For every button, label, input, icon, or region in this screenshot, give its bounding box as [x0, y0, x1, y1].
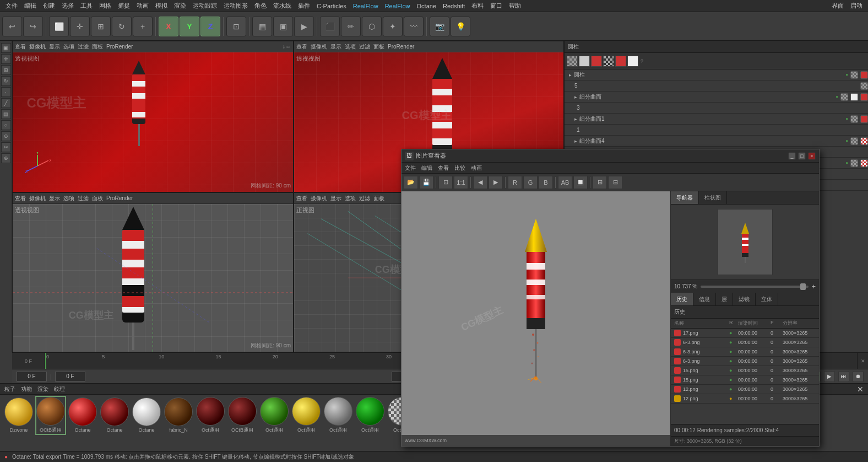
vp-tr-menu-prorender[interactable]: ProRender	[388, 44, 414, 50]
light-btn[interactable]: 💡	[451, 17, 470, 36]
vp-tl-menu-sel[interactable]: 选项	[63, 43, 74, 51]
scene-item-5[interactable]: 5	[565, 80, 868, 92]
obj-world-btn[interactable]: ⊡	[226, 17, 246, 36]
vp-tl-menu-cam[interactable]: 摄像机	[29, 43, 46, 51]
iv-tool-extra2[interactable]: ⊟	[608, 176, 622, 189]
vp-tl-menu-view[interactable]: 查看	[15, 43, 26, 51]
select-rect-btn[interactable]: ⬜	[49, 17, 69, 36]
timeline-x-btn[interactable]: ✕	[857, 353, 868, 369]
menu-select[interactable]: 选择	[58, 1, 77, 11]
mat-swatch-8[interactable]	[860, 115, 868, 123]
iv-tool-compare[interactable]: 🔲	[573, 176, 588, 189]
mat-octane1[interactable]: Octane	[68, 397, 97, 433]
vp-tr-menu-sel[interactable]: 选项	[345, 43, 356, 51]
vp-bl-menu-cam[interactable]: 摄像机	[29, 195, 46, 202]
camera-btn[interactable]: 📷	[430, 17, 449, 36]
mat-oct3[interactable]: Oct通用	[292, 397, 321, 434]
frame-start-input[interactable]	[55, 372, 85, 382]
tool-polys[interactable]: ▤	[1, 109, 11, 119]
axis-z-btn[interactable]: Z	[200, 17, 220, 36]
mat-swatch-10[interactable]	[860, 137, 868, 145]
mat-sw-4[interactable]	[603, 56, 614, 67]
iv-tab-stereo[interactable]: 立体	[756, 293, 778, 305]
iv-close-btn[interactable]: ×	[808, 152, 816, 160]
iv-tool-extra1[interactable]: ⊞	[593, 176, 607, 189]
btn-record[interactable]: ⏺	[853, 371, 864, 382]
btn-next-frame[interactable]: ▶	[824, 371, 835, 382]
vp-tl-menu-disp[interactable]: 显示	[49, 43, 60, 51]
mat-tab-function[interactable]: 功能	[21, 385, 32, 393]
vp-bl-menu-disp[interactable]: 显示	[49, 195, 60, 202]
mat-oct4[interactable]: Oct通用	[324, 397, 352, 434]
iv-tool-zoom-100[interactable]: 1:1	[454, 176, 468, 189]
iv-tool-zoom-fit[interactable]: ⊡	[438, 176, 453, 189]
tool-brush[interactable]: ⊙	[1, 131, 11, 141]
iv-zoom-handle[interactable]	[800, 283, 806, 290]
history-row-7[interactable]: 12.png ● 00:00:00 0 3000×3265	[671, 394, 819, 404]
iv-tab-navigator[interactable]: 导航器	[671, 191, 699, 204]
history-row-4[interactable]: 15.png ● 00:00:00 0 3000×3265	[671, 366, 819, 375]
viewport-top-left[interactable]: 查看 摄像机 显示 选项 过滤 面板 ProRender ↕↔	[12, 41, 294, 192]
vp-tl-menu-prorender[interactable]: ProRender	[106, 44, 133, 50]
history-row-2[interactable]: 6-3.png ● 00:00:00 0 3000×3265	[671, 347, 819, 357]
vp-br-menu-panel[interactable]: 面板	[373, 195, 384, 202]
iv-history-list[interactable]: 17.png ● 00:00:00 0 3000×3265 6-3.png ● …	[671, 329, 819, 424]
undo-btn[interactable]: ↩	[2, 17, 22, 36]
menu-octane[interactable]: Octane	[414, 2, 440, 10]
mat-sw-2[interactable]	[579, 56, 590, 67]
tool-scale[interactable]: ⊞	[1, 65, 11, 75]
history-row-6[interactable]: 12.png ● 00:00:00 0 3000×3265	[671, 385, 819, 394]
axis-y-btn[interactable]: Y	[180, 17, 199, 36]
scene-item-subdiv1[interactable]: ▸ 细分曲面1 ●	[565, 114, 868, 125]
iv-menu-view[interactable]: 查看	[438, 164, 449, 172]
vp-tr-menu-cam[interactable]: 摄像机	[311, 43, 327, 51]
iv-tool-open[interactable]: 📂	[404, 176, 418, 189]
scale-btn[interactable]: ⊞	[91, 17, 111, 36]
mat-octane3[interactable]: Octane	[132, 397, 161, 433]
history-row-3[interactable]: 6-3.png ● 00:00:00 0 3000×3265	[671, 357, 819, 366]
btn-skip-end[interactable]: ⏭	[838, 371, 849, 382]
cube-btn[interactable]: ⬛	[320, 17, 340, 36]
vp-br-menu-view[interactable]: 查看	[296, 195, 307, 202]
menu-edit[interactable]: 编辑	[21, 1, 40, 11]
iv-tool-prev[interactable]: ◀	[473, 176, 487, 189]
menu-plugins[interactable]: 插件	[295, 1, 313, 11]
iv-tool-next[interactable]: ▶	[489, 176, 503, 189]
image-viewer-dialog[interactable]: 🖼 图片查看器 _ □ × 文件 编辑 查看 比较 动画 📂 💾 ⊡ 1:1 ◀…	[401, 149, 820, 447]
mat-swatch-11[interactable]	[850, 159, 858, 167]
iv-tab-histogram[interactable]: 柱状图	[699, 191, 727, 204]
vp-tr-menu-view[interactable]: 查看	[296, 43, 307, 51]
vp-br-menu-filter[interactable]: 过滤	[359, 195, 370, 202]
menu-realflow1[interactable]: RealFlow	[350, 2, 382, 10]
iv-menu-anim[interactable]: 动画	[471, 164, 482, 172]
mat-swatch-3[interactable]	[860, 82, 868, 90]
mat-tab-particles[interactable]: 粒子	[4, 385, 15, 393]
menu-sim[interactable]: 模拟	[152, 1, 171, 11]
vp-tl-menu-filter[interactable]: 过滤	[78, 43, 89, 51]
iv-tool-save[interactable]: 💾	[419, 176, 433, 189]
mat-swatch-2[interactable]	[860, 71, 868, 79]
mat-swatch-5[interactable]	[850, 93, 858, 101]
scene-item-subdiv4[interactable]: ▸ 细分曲面4 ●	[565, 136, 868, 147]
menu-cparticles[interactable]: C-Particles	[313, 2, 350, 10]
iv-tab-info[interactable]: 信息	[693, 293, 716, 305]
menu-interface[interactable]: 界面	[828, 1, 847, 11]
vp-br-menu-disp[interactable]: 显示	[330, 195, 341, 202]
menu-realflow2[interactable]: RealFlow	[382, 2, 414, 10]
tool-knife[interactable]: ✂	[1, 142, 11, 152]
mat-close-btn[interactable]: ✕	[857, 385, 864, 394]
vp-tr-menu-disp[interactable]: 显示	[330, 43, 341, 51]
redo-btn[interactable]: ↪	[23, 17, 43, 36]
iv-tool-channel-r[interactable]: R	[508, 176, 522, 189]
iv-maximize-btn[interactable]: □	[798, 152, 806, 160]
menu-file[interactable]: 文件	[2, 1, 21, 11]
mat-swatch-7[interactable]	[850, 115, 858, 123]
mat-swatch-6[interactable]	[860, 93, 868, 101]
mat-octane2[interactable]: Octane	[100, 397, 129, 433]
vp-bl-menu-filter[interactable]: 过滤	[78, 195, 89, 202]
iv-canvas[interactable]: CG模型主 www.CGMXW.com	[402, 191, 670, 446]
vp-bl-menu-panel[interactable]: 面板	[92, 195, 103, 202]
menu-mesh[interactable]: 网格	[96, 1, 115, 11]
menu-redshift[interactable]: Redshift	[440, 2, 468, 10]
tool-edges[interactable]: ╱	[1, 98, 11, 108]
